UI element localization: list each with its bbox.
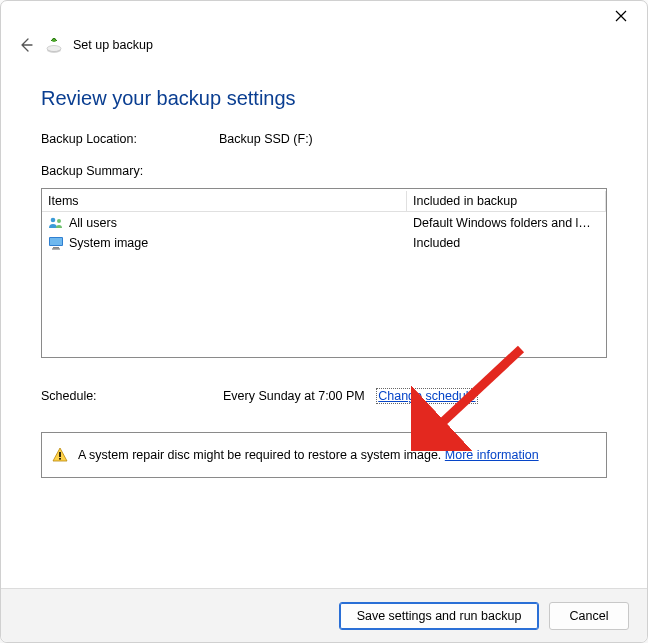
close-icon [615,10,627,22]
footer-bar: Save settings and run backup Cancel [1,588,647,642]
schedule-value: Every Sunday at 7:00 PM [223,389,365,403]
cancel-button[interactable]: Cancel [549,602,629,630]
table-row[interactable]: All users Default Windows folders and l… [42,213,606,233]
summary-header-row: Items Included in backup [42,189,606,213]
more-information-link[interactable]: More information [445,448,539,462]
svg-rect-8 [59,452,61,457]
svg-rect-6 [53,247,59,249]
wizard-title: Set up backup [73,38,153,52]
backup-location-row: Backup Location: Backup SSD (F:) [41,132,607,146]
row-included-value: Default Windows folders and l… [407,215,606,231]
row-item-label: System image [69,236,148,250]
svg-point-2 [51,218,56,223]
schedule-label: Schedule: [41,389,219,403]
change-schedule-link[interactable]: Change schedule [376,388,477,404]
row-included-value: Included [407,235,606,251]
repair-disc-note: A system repair disc might be required t… [41,432,607,478]
svg-point-1 [47,46,61,52]
title-bar [1,1,647,31]
summary-header-included[interactable]: Included in backup [407,191,606,212]
backup-wizard-window: Set up backup Review your backup setting… [0,0,648,643]
summary-body: All users Default Windows folders and l… [42,213,606,357]
monitor-icon [48,235,64,251]
warning-icon [52,447,68,463]
svg-point-3 [57,219,61,223]
back-button[interactable] [17,36,35,54]
summary-header-items[interactable]: Items [42,191,407,212]
note-text-wrapper: A system repair disc might be required t… [78,448,539,462]
svg-rect-5 [50,238,62,245]
content-area: Review your backup settings Backup Locat… [1,59,647,588]
svg-rect-9 [59,458,61,460]
wizard-header: Set up backup [1,31,647,59]
schedule-row: Schedule: Every Sunday at 7:00 PM Change… [41,388,607,404]
note-text: A system repair disc might be required t… [78,448,445,462]
close-button[interactable] [601,2,641,30]
summary-table: Items Included in backup [41,188,607,358]
table-row[interactable]: System image Included [42,233,606,253]
backup-location-label: Backup Location: [41,132,219,146]
back-arrow-icon [18,37,34,53]
svg-rect-7 [52,249,60,250]
backup-location-value: Backup SSD (F:) [219,132,607,146]
page-heading: Review your backup settings [41,87,607,110]
backup-summary-label: Backup Summary: [41,164,607,178]
save-and-run-button[interactable]: Save settings and run backup [339,602,539,630]
row-item-label: All users [69,216,117,230]
users-icon [48,215,64,231]
backup-app-icon [45,36,63,54]
